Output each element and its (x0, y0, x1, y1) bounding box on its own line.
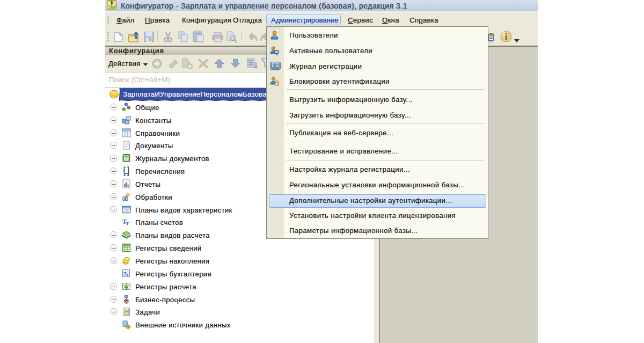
svg-text:т: т (126, 220, 129, 226)
svg-text:т: т (127, 272, 129, 277)
